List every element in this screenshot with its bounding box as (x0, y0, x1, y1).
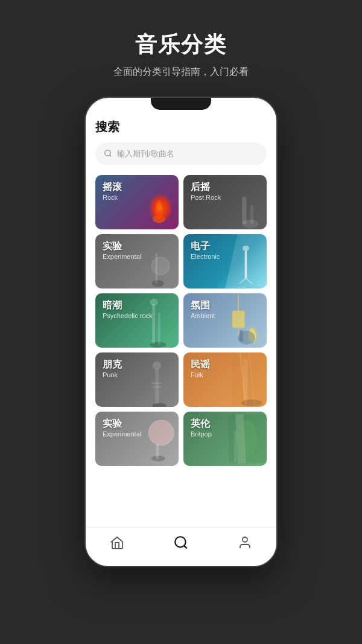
category-psychedelic[interactable]: 暗潮 Psychedelic rock (95, 293, 179, 348)
svg-point-26 (153, 362, 161, 370)
category-ambient[interactable]: 氛围 Ambient (183, 293, 267, 348)
nav-item-search[interactable] (161, 530, 201, 559)
categories-grid: 摇滚 Rock 后摇 Post Rock (95, 175, 267, 466)
svg-point-4 (156, 200, 162, 211)
nav-item-profile[interactable] (226, 531, 264, 558)
bottom-nav (86, 527, 276, 566)
svg-rect-36 (156, 444, 159, 459)
svg-point-34 (148, 420, 174, 445)
search-nav-icon (173, 535, 189, 554)
category-electronic[interactable]: 电子 Electronic (183, 234, 267, 289)
svg-rect-28 (153, 386, 162, 388)
svg-point-0 (105, 150, 110, 155)
profile-icon (238, 535, 252, 553)
category-experimental2[interactable]: 实验 Experimental (95, 412, 179, 466)
nav-item-home[interactable] (98, 531, 136, 558)
category-experimental[interactable]: 实验 Experimental (95, 234, 179, 289)
svg-line-13 (240, 278, 246, 284)
svg-rect-33 (243, 359, 248, 400)
category-rock[interactable]: 摇滚 Rock (95, 175, 179, 229)
svg-rect-19 (238, 295, 239, 311)
category-folk[interactable]: 民谣 Folk (183, 352, 267, 407)
svg-point-43 (243, 537, 247, 542)
svg-point-24 (153, 403, 167, 407)
phone-frame: 搜索 输入期刊/歌曲名 摇滚 Rock (84, 97, 278, 567)
category-punk[interactable]: 朋克 Punk (95, 352, 179, 407)
phone-notch (151, 98, 211, 110)
svg-point-9 (152, 280, 164, 287)
svg-rect-40 (234, 431, 237, 462)
svg-rect-17 (158, 313, 160, 345)
page-subtitle: 全面的分类引导指南，入门必看 (113, 66, 249, 78)
svg-rect-27 (151, 383, 162, 384)
svg-point-41 (175, 537, 185, 547)
svg-rect-20 (232, 311, 245, 328)
home-icon (110, 535, 124, 553)
search-placeholder-text: 输入期刊/歌曲名 (117, 148, 174, 159)
header-section: 音乐分类 全面的分类引导指南，入门必看 (101, 0, 261, 97)
category-britpop[interactable]: 英伦 Britpop (183, 412, 267, 466)
phone-content: 搜索 输入期刊/歌曲名 摇滚 Rock (86, 110, 276, 536)
svg-line-14 (246, 278, 252, 284)
search-section-title: 搜索 (95, 116, 267, 135)
svg-rect-7 (250, 205, 253, 224)
page-title: 音乐分类 (113, 30, 249, 60)
search-bar[interactable]: 输入期刊/歌曲名 (95, 142, 267, 165)
svg-point-2 (153, 215, 165, 223)
svg-line-42 (184, 546, 187, 549)
svg-point-8 (151, 257, 170, 275)
svg-line-1 (110, 155, 112, 156)
category-postrock[interactable]: 后摇 Post Rock (183, 175, 267, 229)
svg-rect-16 (153, 304, 156, 344)
svg-rect-29 (232, 354, 267, 406)
svg-rect-10 (156, 253, 157, 284)
svg-point-39 (238, 420, 257, 458)
svg-point-30 (241, 400, 262, 407)
svg-point-3 (155, 203, 164, 218)
svg-rect-23 (240, 330, 243, 342)
svg-point-12 (243, 246, 249, 251)
svg-rect-6 (243, 197, 247, 224)
svg-rect-11 (245, 251, 247, 278)
search-icon (104, 149, 112, 159)
